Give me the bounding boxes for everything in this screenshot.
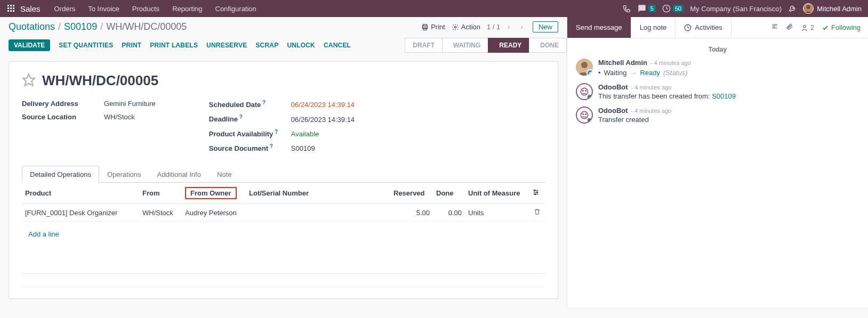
cell-from-owner[interactable]: Audrey Peterson xyxy=(182,204,246,222)
status-done[interactable]: DONE xyxy=(529,38,567,53)
nav-configuration[interactable]: Configuration xyxy=(210,5,262,13)
print-labels-button[interactable]: PRINT LABELS xyxy=(150,42,198,49)
status-draft[interactable]: DRAFT xyxy=(405,38,442,53)
status-label: (Status) xyxy=(663,69,688,77)
action-buttons: VALIDATE SET QUANTITIES PRINT PRINT LABE… xyxy=(9,39,351,51)
online-badge-icon xyxy=(586,117,593,124)
table-row[interactable]: [FURN_0001] Desk Organizer WH/Stock Audr… xyxy=(22,204,545,222)
cell-uom[interactable]: Units xyxy=(465,204,529,222)
print-button[interactable]: Print xyxy=(421,23,445,31)
top-navbar: Sales Orders To Invoice Products Reporti… xyxy=(0,0,868,17)
nav-products[interactable]: Products xyxy=(127,5,165,13)
svg-rect-2 xyxy=(13,5,14,6)
following-label: Following xyxy=(831,23,861,31)
tab-additional-info[interactable]: Additional Info xyxy=(149,166,209,183)
nav-to-invoice[interactable]: To Invoice xyxy=(83,5,125,13)
log-note-button[interactable]: Log note xyxy=(631,17,676,38)
cell-from[interactable]: WH/Stock xyxy=(139,204,182,222)
cell-product[interactable]: [FURN_0001] Desk Organizer xyxy=(22,204,139,222)
add-line-button[interactable]: Add a line xyxy=(25,226,62,242)
help-icon[interactable]: ? xyxy=(238,114,243,120)
col-from: From xyxy=(139,183,182,204)
pager-next[interactable]: › xyxy=(518,22,526,32)
chatter-message: OdooBot - 4 minutes ago Transfer created xyxy=(576,107,859,124)
help-icon[interactable]: ? xyxy=(273,129,278,135)
col-lot: Lot/Serial Number xyxy=(246,183,390,204)
source-document-value[interactable]: S00109 xyxy=(291,144,315,152)
activities-icon[interactable]: 50 xyxy=(662,4,684,13)
message-time: - 4 minutes ago xyxy=(650,60,691,66)
help-icon[interactable]: ? xyxy=(268,143,273,149)
breadcrumb-parent[interactable]: S00109 xyxy=(64,21,97,32)
nav-reporting[interactable]: Reporting xyxy=(167,5,207,13)
source-order-link[interactable]: S00109 xyxy=(712,92,736,100)
print-action-button[interactable]: PRINT xyxy=(122,42,141,49)
phone-icon[interactable] xyxy=(623,4,631,13)
sliders-icon xyxy=(532,189,540,196)
scheduled-date-value[interactable]: 06/24/2023 14:39:14 xyxy=(291,101,355,109)
tab-detailed-operations[interactable]: Detailed Operations xyxy=(22,166,99,183)
breadcrumb-root[interactable]: Quotations xyxy=(9,21,55,32)
svg-point-27 xyxy=(583,91,584,92)
message-author: Mitchell Admin xyxy=(598,59,647,67)
tab-operations[interactable]: Operations xyxy=(99,166,149,183)
svg-rect-3 xyxy=(7,7,9,9)
message-author: OdooBot xyxy=(598,83,628,91)
status-bar: DRAFT WAITING READY DONE xyxy=(405,38,567,53)
svg-point-14 xyxy=(454,26,456,28)
svg-point-21 xyxy=(535,194,536,195)
cell-done[interactable]: 0.00 xyxy=(433,204,465,222)
user-menu[interactable]: Mitchell Admin xyxy=(803,3,862,14)
messaging-icon[interactable]: 5 xyxy=(638,4,656,13)
status-waiting[interactable]: WAITING xyxy=(442,38,488,53)
form-sheet: WH/WH/DC/00005 Delivery Address Gemini F… xyxy=(9,61,558,299)
help-icon[interactable]: ? xyxy=(261,100,266,105)
status-from: Waiting xyxy=(604,69,627,77)
attachment-icon[interactable] xyxy=(786,23,793,32)
svg-rect-0 xyxy=(7,5,9,6)
cancel-button[interactable]: CANCEL xyxy=(324,42,351,49)
scheduled-date-label: Scheduled Date ? xyxy=(209,100,278,109)
breadcrumb-current: WH/WH/DC/00005 xyxy=(106,21,187,32)
unreserve-button[interactable]: UNRESERVE xyxy=(206,42,247,49)
nav-orders[interactable]: Orders xyxy=(49,5,81,13)
activities-button[interactable]: Activities xyxy=(676,17,731,38)
deadline-value[interactable]: 06/26/2023 14:39:14 xyxy=(291,116,355,124)
cell-lot[interactable] xyxy=(246,204,390,222)
user-avatar-icon xyxy=(803,3,814,14)
pager-prev[interactable]: ‹ xyxy=(504,22,513,32)
following-button[interactable]: Following xyxy=(822,23,861,31)
set-quantities-button[interactable]: SET QUANTITIES xyxy=(59,42,113,49)
status-ready[interactable]: READY xyxy=(488,38,529,53)
arrow-icon: → xyxy=(630,69,637,77)
bullet-icon: • xyxy=(598,69,601,77)
cell-reserved[interactable]: 5.00 xyxy=(390,204,433,222)
source-location-value[interactable]: WH/Stock xyxy=(104,113,135,121)
svg-point-19 xyxy=(534,190,535,191)
validate-button[interactable]: VALIDATE xyxy=(9,39,50,51)
tab-note[interactable]: Note xyxy=(209,166,239,183)
action-button[interactable]: Action xyxy=(452,23,480,31)
scrap-button[interactable]: SCRAP xyxy=(255,42,278,49)
col-uom: Unit of Measure xyxy=(465,183,529,204)
new-button[interactable]: New xyxy=(533,21,558,32)
svg-marker-15 xyxy=(23,74,35,86)
company-switcher[interactable]: My Company (San Francisco) xyxy=(690,5,782,13)
col-product: Product xyxy=(22,183,139,204)
unlock-button[interactable]: UNLOCK xyxy=(287,42,315,49)
apps-icon[interactable] xyxy=(6,4,16,13)
bookmark-icon[interactable] xyxy=(771,23,778,32)
delivery-address-value[interactable]: Gemini Furniture xyxy=(104,100,156,108)
svg-point-28 xyxy=(585,91,586,92)
send-message-button[interactable]: Send message xyxy=(567,17,631,38)
col-options[interactable] xyxy=(529,183,545,204)
row-delete[interactable] xyxy=(529,204,545,222)
app-title[interactable]: Sales xyxy=(20,4,41,13)
product-availability-value: Available xyxy=(291,130,319,138)
favorite-star-icon[interactable] xyxy=(22,73,36,88)
product-availability-label: Product Availability ? xyxy=(209,129,278,138)
svg-rect-4 xyxy=(10,7,12,9)
debug-icon[interactable] xyxy=(788,4,797,13)
followers-button[interactable]: 2 xyxy=(801,23,814,31)
col-done: Done xyxy=(433,183,465,204)
